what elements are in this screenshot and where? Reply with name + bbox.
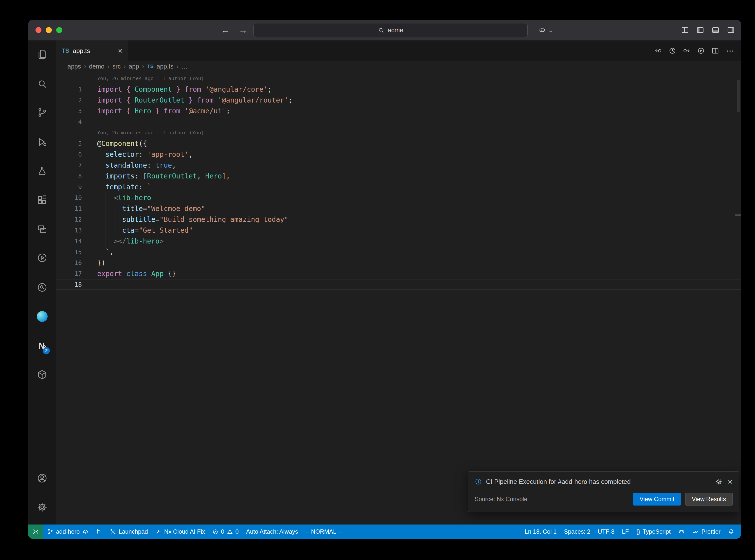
eol-status[interactable]: LF xyxy=(618,524,633,539)
code-row: 7 standalone: true, xyxy=(56,160,741,171)
remote-explorer-icon[interactable] xyxy=(28,219,56,239)
notification-close-icon[interactable]: × xyxy=(728,477,733,486)
explorer-icon[interactable] xyxy=(28,44,56,64)
chevron-right-icon: › xyxy=(176,63,179,70)
nx-console-icon[interactable]: N› 2 xyxy=(28,336,56,356)
close-tab-icon[interactable]: × xyxy=(118,47,122,55)
nx-cloud-ai-fix-button[interactable]: Nx Cloud AI Fix xyxy=(152,524,208,539)
code-row: 16}) xyxy=(56,257,741,268)
tab-app-ts[interactable]: TS app.ts × xyxy=(56,40,128,61)
toggle-secondary-sidebar-icon[interactable] xyxy=(727,26,735,34)
close-window-button[interactable] xyxy=(36,27,41,33)
code-row: 12 subtitle="Build something amazing tod… xyxy=(56,214,741,225)
copilot-icon xyxy=(538,26,546,34)
minimize-window-button[interactable] xyxy=(46,27,52,33)
notifications-bell[interactable] xyxy=(724,524,738,539)
settings-gear-icon[interactable] xyxy=(28,497,56,517)
chevron-right-icon: › xyxy=(107,63,110,70)
view-commit-button[interactable]: View Commit xyxy=(633,493,681,505)
error-icon xyxy=(212,529,218,535)
tab-label: app.ts xyxy=(73,47,90,55)
open-changes-icon[interactable] xyxy=(654,47,662,55)
customize-layout-icon[interactable] xyxy=(681,26,689,34)
code-row: 8 imports: [RouterOutlet, Hero], xyxy=(56,171,741,181)
breadcrumb-item-file[interactable]: app.ts xyxy=(157,63,173,70)
code-row: 17export class App {} xyxy=(56,268,741,279)
search-value: acme xyxy=(388,26,403,34)
run-target-icon[interactable] xyxy=(28,248,56,268)
status-bar: add-hero Launchpad Nx Clou xyxy=(28,524,741,539)
notification-settings-gear-icon[interactable] xyxy=(715,478,722,485)
cursor-position-status[interactable]: Ln 18, Col 1 xyxy=(521,524,560,539)
view-results-button[interactable]: View Results xyxy=(685,493,733,505)
language-mode-status[interactable]: {} TypeScript xyxy=(633,524,674,539)
search-sidebar-icon[interactable] xyxy=(28,74,56,94)
info-icon xyxy=(475,478,482,485)
problems-status[interactable]: 0 0 xyxy=(208,524,242,539)
chevron-right-icon: › xyxy=(123,63,126,70)
chevron-right-icon: › xyxy=(142,63,144,70)
commit-graph-button[interactable] xyxy=(92,524,106,539)
breadcrumb-item-demo[interactable]: demo xyxy=(89,63,104,70)
titlebar: ← → acme ⌄ xyxy=(28,20,741,40)
code-editor[interactable]: You, 26 minutes ago | 1 author (You)1imp… xyxy=(56,72,741,524)
zoom-window-button[interactable] xyxy=(56,27,62,33)
copilot-status[interactable] xyxy=(674,524,689,539)
vim-mode-status[interactable]: -- NORMAL -- xyxy=(302,524,345,539)
toggle-primary-sidebar-icon[interactable] xyxy=(696,26,704,34)
file-history-icon[interactable] xyxy=(669,47,676,55)
run-file-icon[interactable] xyxy=(697,47,705,55)
code-row: 4 xyxy=(56,116,741,127)
chevron-down-icon: ⌄ xyxy=(548,26,553,34)
ts-file-icon: TS xyxy=(147,63,154,69)
extensions-icon[interactable] xyxy=(28,190,56,210)
code-row: 18 xyxy=(56,279,741,290)
editor-actions: ⋯ xyxy=(654,40,734,61)
blame-row: You, 26 minutes ago | 1 author (You) xyxy=(56,73,741,84)
breadcrumb-item-symbol[interactable]: … xyxy=(181,63,187,70)
double-check-icon xyxy=(692,528,699,535)
commit-graph-icon xyxy=(96,528,102,535)
notification-toast: CI Pipeline Execution for #add-hero has … xyxy=(468,471,739,512)
code-row: 5@Component({ xyxy=(56,138,741,149)
git-branch-status[interactable]: add-hero xyxy=(43,524,92,539)
remote-indicator[interactable] xyxy=(28,524,43,539)
more-actions-icon[interactable]: ⋯ xyxy=(726,46,734,55)
code-row: 15 `, xyxy=(56,246,741,257)
ts-file-icon: TS xyxy=(62,47,69,54)
toggle-panel-icon[interactable] xyxy=(712,26,719,34)
indentation-status[interactable]: Spaces: 2 xyxy=(560,524,594,539)
breadcrumb-item-app[interactable]: app xyxy=(129,63,139,70)
copilot-menu[interactable]: ⌄ xyxy=(538,20,553,40)
testing-icon[interactable] xyxy=(28,161,56,181)
split-editor-icon[interactable] xyxy=(712,47,719,55)
launchpad-button[interactable]: Launchpad xyxy=(106,524,152,539)
source-control-icon[interactable] xyxy=(28,102,56,122)
navigate-forward-button[interactable]: → xyxy=(239,20,247,40)
open-next-change-icon[interactable] xyxy=(683,47,690,55)
notification-message: CI Pipeline Execution for #add-hero has … xyxy=(486,478,711,485)
navigate-back-button[interactable]: ← xyxy=(221,20,230,40)
auto-attach-status[interactable]: Auto Attach: Always xyxy=(242,524,302,539)
inspect-icon[interactable] xyxy=(28,278,56,297)
accounts-icon[interactable] xyxy=(28,468,56,488)
breadcrumb-item-src[interactable]: src xyxy=(113,63,121,70)
code-row: 1import { Component } from '@angular/cor… xyxy=(56,84,741,95)
code-row: 13 cta="Get Started" xyxy=(56,225,741,236)
code-row: 10 <lib-hero xyxy=(56,192,741,203)
notification-source: Source: Nx Console xyxy=(475,496,629,503)
encoding-status[interactable]: UTF-8 xyxy=(594,524,618,539)
edge-browser-icon[interactable] xyxy=(28,307,56,326)
run-debug-icon[interactable] xyxy=(28,132,56,152)
breadcrumb-item-apps[interactable]: apps xyxy=(67,63,81,70)
formatter-status[interactable]: Prettier xyxy=(689,524,724,539)
blame-row: You, 26 minutes ago | 1 author (You) xyxy=(56,127,741,138)
wrench-icon xyxy=(155,528,162,535)
search-icon xyxy=(378,27,384,33)
command-center-search[interactable]: acme xyxy=(254,23,528,37)
copilot-icon xyxy=(678,528,685,535)
code-lines: You, 26 minutes ago | 1 author (You)1imp… xyxy=(56,73,741,290)
scrollbar[interactable] xyxy=(737,80,740,113)
package-icon[interactable] xyxy=(28,365,56,384)
breadcrumb: apps › demo › src › app › TS app.ts › … xyxy=(56,61,741,72)
